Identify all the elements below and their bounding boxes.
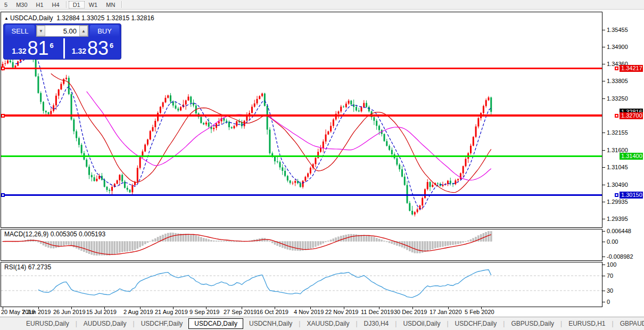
axis-tick [602,98,605,99]
tab-dj30-h4[interactable]: DJ30,H4 [358,318,395,329]
toolbar-separator [66,1,67,8]
line-handle-icon[interactable] [1,193,5,197]
date-tick-label: 5 Feb 2020 [465,309,494,315]
horizontal-line-1.31400[interactable] [1,155,602,157]
price-tick-label: 1.32155 [607,129,628,136]
toolbar-separator [121,1,122,8]
buy-price-pip: 6 [110,42,113,50]
tab-eurusd-h1[interactable]: EURUSD,H1 [563,318,611,329]
date-tick-label: 9 Sep 2019 [189,309,219,315]
tab-usdcad-daily[interactable]: USDCAD,Daily [188,318,243,329]
buy-price-box[interactable]: 1.32 83 6 [63,38,120,59]
date-tick-label: 4 Nov 2019 [294,309,324,315]
axis-tick [602,291,605,291]
rsi-tick-label: 0 [607,299,610,305]
date-tick-label: 30 Dec 2019 [394,309,427,315]
date-tick-label: 11 Dec 2019 [361,309,394,315]
line-handle-icon[interactable] [615,67,618,70]
date-axis: 20 May 20197 Jun 201926 Jun 201915 Jul 2… [0,307,602,316]
price-tick-label: 1.30490 [607,182,628,188]
macd-tick-label: -0.008982 [607,253,633,260]
rsi-tick-label: 30 [607,287,613,294]
price-tick-label: 1.31600 [607,147,628,153]
tab-usdcnh-daily[interactable]: USDCNH,Daily [243,318,298,329]
price-tick-label: 1.34900 [607,44,628,50]
rsi-label: RSI(14) 67.2735 [4,263,51,271]
date-tick-label: 15 Jul 2019 [86,309,117,315]
line-handle-icon[interactable] [615,193,618,197]
rsi-canvas [1,262,602,307]
tab-gbpaud-h1[interactable]: GBPAUD,H1 [614,318,644,329]
axis-tick [602,276,605,276]
axis-tick [602,64,605,64]
axis-tick [602,47,605,47]
tab-audusd-daily[interactable]: AUDUSD,Daily [78,318,133,329]
axis-tick [602,257,605,257]
timeframe-button-h1[interactable]: H1 [32,1,48,9]
date-tick-label: 7 Jun 2019 [22,309,51,315]
date-tick-label: 27 Sep 2019 [224,309,257,315]
axis-tick [602,81,605,81]
axis-tick [602,202,605,202]
timeframe-button-w1[interactable]: W1 [85,1,102,9]
sell-price-pip: 6 [50,42,54,50]
collapse-triangle-icon[interactable]: ▲ [4,16,9,21]
chart-title-symbol: USDCAD,Daily [10,14,53,22]
horizontal-line-1.34217[interactable] [1,68,602,69]
volume-increase-button[interactable]: ▲ [79,26,88,36]
axis-tick [602,265,605,265]
rsi-tick-label: 70 [607,273,613,279]
line-handle-icon[interactable] [1,67,5,70]
line-handle-icon[interactable] [1,114,5,118]
sell-button[interactable]: SELL [5,25,35,37]
date-tick-label: 2 Aug 2019 [123,309,153,315]
tab-eurusd-daily[interactable]: EURUSD,Daily [20,318,75,329]
rsi-tick-label: 100 [607,261,616,268]
price-tick-label: 1.33250 [607,95,628,102]
timeframe-button-mn[interactable]: MN [102,1,119,9]
axis-tick [602,219,605,219]
horizontal-line-1.32700[interactable] [1,114,602,117]
price-tick-label: 1.31045 [607,164,628,170]
price-tick-label: 1.33805 [607,78,628,84]
sell-price-box[interactable]: 1.32 81 6 [4,38,61,59]
axis-tick [602,231,605,232]
line-price-label: 1.32700 [620,112,643,119]
tab-xauusd-daily[interactable]: XAUUSD,Daily [301,318,355,329]
horizontal-line-1.30150[interactable] [1,194,602,196]
axis-tick [602,30,605,30]
date-tick-label: 22 Nov 2019 [325,309,358,315]
volume-decrease-button[interactable]: ▼ [37,26,45,36]
buy-button[interactable]: BUY [90,25,119,37]
tab-usdchf-daily[interactable]: USDCHF,Daily [135,318,189,329]
tab-gbpusd-daily[interactable]: GBPUSD,Daily [505,318,560,329]
axis-tick [602,242,605,242]
price-axis: 1.354551.349001.343601.338051.332501.321… [602,0,644,317]
macd-label: MACD(12,26,9) 0.005305 0.005193 [4,230,105,238]
timeframe-button-d1[interactable]: D1 [69,1,85,9]
volume-value[interactable]: 5.00 [45,26,79,36]
date-tick-label: 21 Aug 2019 [155,309,188,315]
line-handle-icon[interactable] [615,114,618,118]
timeframe-button-m30[interactable]: M30 [12,1,31,9]
axis-tick [602,150,605,151]
tab-usdoil-daily[interactable]: USDOil,Daily [397,318,446,329]
price-tick-label: 1.29935 [607,199,628,205]
macd-tick-label: 0.00 [607,238,618,245]
timeframe-button-5[interactable]: 5 [0,1,12,9]
axis-tick [602,167,605,168]
chart-title-quotes: 1.32884 1.33025 1.32815 1.32816 [56,14,154,22]
axis-tick [602,185,605,185]
sell-price-prefix: 1.32 [12,47,26,55]
one-click-trading-panel: SELL ▼ 5.00 ▲ BUY 1.32 81 6 1.32 83 6 [3,23,121,60]
volume-spinner: ▼ 5.00 ▲ [36,25,88,37]
chart-title: ▲USDCAD,Daily 1.32884 1.33025 1.32815 1.… [4,14,154,22]
tab-usdchf-daily[interactable]: USDCHF,Daily [449,318,503,329]
price-tick-label: 1.29395 [607,216,628,222]
rsi-pane[interactable] [1,262,602,307]
line-price-label: 1.34217 [620,65,643,72]
timeframe-toolbar: 5M30H1H4D1W1MN [0,0,644,10]
sell-price-big: 81 [27,39,48,58]
buy-price-big: 83 [87,39,109,58]
timeframe-button-h4[interactable]: H4 [48,1,64,9]
